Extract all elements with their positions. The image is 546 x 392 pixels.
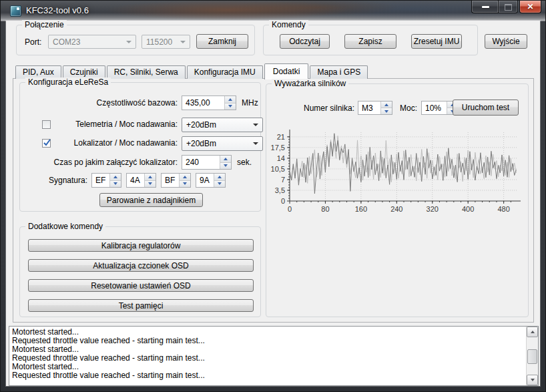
signature-byte-2-spinbox[interactable]: BF (161, 173, 191, 188)
log-scrollbar[interactable] (526, 327, 538, 385)
arrow-down-icon (531, 379, 535, 381)
telemetry-power-combobox[interactable]: +20dBm (182, 118, 263, 132)
spin-down-icon[interactable] (220, 162, 231, 170)
svg-text:14: 14 (277, 154, 285, 162)
window-title: KFC32-tool v0.6 (26, 5, 89, 15)
port-label: Port: (25, 37, 41, 47)
spin-up-icon[interactable] (145, 174, 156, 180)
log-panel[interactable]: Motortest started... Requested throttle … (9, 326, 539, 386)
vibration-chart: 08016024032040048003,5710,51417,521 (269, 124, 526, 212)
spin-down-icon[interactable] (225, 103, 236, 110)
spin-down-icon[interactable] (214, 180, 225, 188)
signature-byte-1-value: 4A (127, 174, 144, 187)
run-test-button[interactable]: Uruchom test (453, 100, 519, 116)
tab-mapa-i-gps[interactable]: Mapa i GPS (310, 65, 368, 79)
signature-byte-2-value: BF (162, 174, 179, 187)
maximize-icon (505, 4, 512, 11)
spin-down-icon[interactable] (145, 180, 156, 188)
locator-label: Lokalizator / Moc nadawania: (33, 138, 178, 148)
tab-dodatki[interactable]: Dodatki (264, 63, 309, 79)
app-icon (10, 5, 21, 17)
spin-up-icon[interactable] (180, 174, 190, 180)
svg-text:400: 400 (462, 205, 474, 212)
motor-balancer-group-title: Wyważarka silników (272, 79, 348, 88)
spin-up-icon[interactable] (214, 174, 225, 180)
scrollbar-thumb[interactable] (527, 349, 537, 364)
tab-pid-aux[interactable]: PID, Aux (15, 65, 61, 79)
exit-button[interactable]: Wyjście (485, 34, 527, 49)
svg-text:160: 160 (355, 205, 367, 212)
svg-text:17,5: 17,5 (271, 144, 285, 152)
svg-text:240: 240 (390, 205, 402, 212)
signature-byte-0-spinbox[interactable]: EF (91, 173, 121, 188)
spin-up-icon[interactable] (220, 156, 231, 162)
tab-rc-silniki-serwa[interactable]: RC, Silniki, Serwa (107, 65, 186, 79)
base-frequency-value: 435,00 (182, 96, 224, 110)
log-line: Requested throttle value reached - start… (12, 371, 524, 380)
port-combobox-value: COM23 (53, 37, 80, 47)
scroll-up-button[interactable] (527, 327, 538, 337)
chevron-down-icon (253, 124, 258, 126)
window-controls: ✕ (471, 1, 541, 13)
maximize-button[interactable] (498, 1, 518, 13)
svg-text:320: 320 (427, 205, 439, 212)
title-bar[interactable]: KFC32-tool v0.6 ✕ (1, 1, 545, 21)
spin-up-icon[interactable] (110, 174, 121, 180)
power-value: 10% (422, 102, 447, 114)
signature-byte-3-spinbox[interactable]: 9A (196, 173, 226, 188)
minimize-button[interactable] (471, 1, 498, 13)
baudrate-combobox[interactable]: 115200 (142, 35, 190, 49)
calibrate-regulators-button[interactable]: Kalibracja regulatorów (28, 239, 254, 252)
telemetry-label: Telemetria / Moc nadawania: (33, 120, 178, 129)
base-frequency-spinbox[interactable]: 435,00 (182, 95, 236, 110)
svg-text:0: 0 (288, 205, 292, 212)
svg-text:0: 0 (281, 197, 285, 205)
log-line: Requested throttle value reached - start… (12, 337, 524, 345)
tab-bar: PID, Aux Czujniki RC, Silniki, Serwa Kon… (13, 63, 369, 79)
update-osd-fonts-button[interactable]: Aktualizacja czcionek OSD (28, 259, 254, 272)
port-combobox[interactable]: COM23 (48, 35, 136, 49)
connection-group-title: Połączenie (22, 20, 67, 29)
baudrate-combobox-value: 115200 (146, 37, 172, 47)
reset-osd-settings-button[interactable]: Resetowanie ustawień OSD (28, 279, 254, 292)
commands-group-title: Komendy (269, 20, 308, 29)
signature-label: Sygnatura: (33, 176, 87, 185)
svg-text:3,5: 3,5 (275, 186, 285, 194)
pair-transmitter-button[interactable]: Parowanie z nadajnikiem (99, 193, 203, 207)
memory-test-button[interactable]: Test pamięci (28, 299, 254, 312)
signature-byte-3-value: 9A (196, 174, 214, 187)
eleres-group-title: Konfiguracja eLeReSa (25, 77, 111, 87)
log-lines: Motortest started... Requested throttle … (9, 327, 527, 385)
write-button[interactable]: Zapisz (344, 34, 396, 49)
svg-text:7: 7 (281, 176, 285, 184)
app-window: KFC32-tool v0.6 ✕ Połączenie Port: COM23… (0, 0, 546, 392)
client-area: Połączenie Port: COM23 115200 Zamknij Ko… (6, 21, 540, 386)
locator-power-combobox[interactable]: +20dBm (182, 136, 263, 151)
base-frequency-label: Częstotliwość bazowa: (33, 98, 178, 108)
locator-delay-spinbox[interactable]: 240 (182, 155, 232, 170)
svg-text:21: 21 (277, 133, 285, 141)
locator-delay-value: 240 (182, 156, 220, 169)
spin-up-icon[interactable] (225, 96, 236, 103)
spin-down-icon[interactable] (180, 180, 190, 188)
signature-byte-1-spinbox[interactable]: 4A (126, 173, 156, 188)
reset-imu-button[interactable]: Zresetuj IMU (411, 34, 462, 49)
motor-number-label: Numer silnika: (276, 104, 354, 113)
minimize-icon (482, 6, 489, 8)
chevron-down-icon (126, 41, 131, 43)
close-button[interactable]: ✕ (519, 1, 541, 13)
close-serial-button[interactable]: Zamknij (196, 34, 248, 49)
tab-konfiguracja-imu[interactable]: Konfiguracja IMU (187, 65, 263, 79)
motor-number-value: M3 (358, 102, 380, 114)
signature-byte-0-value: EF (92, 174, 109, 187)
log-line: Requested throttle value reached - start… (12, 354, 524, 363)
spin-down-icon[interactable] (110, 180, 121, 188)
tab-czujniki[interactable]: Czujniki (63, 65, 105, 79)
read-button[interactable]: Odczytaj (280, 34, 330, 49)
telemetry-power-value: +20dBm (186, 120, 216, 130)
close-icon: ✕ (520, 1, 541, 13)
svg-text:480: 480 (497, 205, 509, 212)
chevron-down-icon (180, 41, 186, 43)
arrow-up-icon (531, 331, 535, 333)
scroll-down-button[interactable] (527, 375, 538, 385)
